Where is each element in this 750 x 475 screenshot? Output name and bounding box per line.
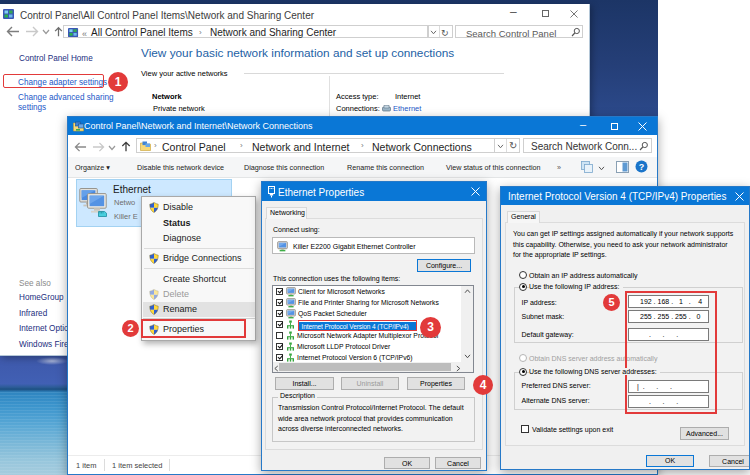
svg-text:?: ? bbox=[639, 162, 645, 172]
